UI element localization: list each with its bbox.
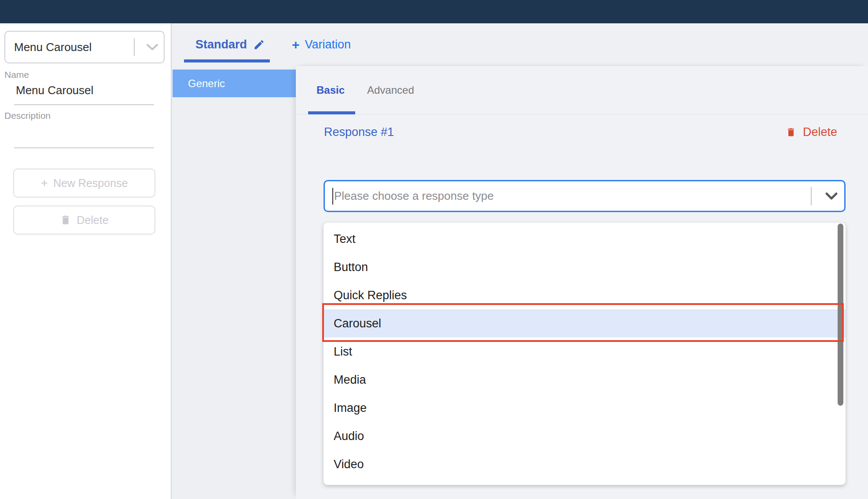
new-response-button-label: New Response [53, 177, 128, 190]
left-sidebar: Menu Carousel Name Menu Carousel Descrip… [0, 23, 172, 499]
nav-item-generic-label: Generic [188, 77, 225, 90]
divider [134, 38, 135, 56]
plus-icon: + [292, 37, 300, 52]
dropdown-option-video[interactable]: Video [324, 450, 846, 478]
plus-icon: + [41, 177, 48, 189]
dropdown-option-image[interactable]: Image [324, 394, 846, 422]
name-input[interactable]: Menu Carousel [16, 84, 93, 97]
add-variation-button[interactable]: + Variation [285, 23, 358, 66]
dropdown-option-list[interactable]: List [324, 338, 846, 366]
description-input-underline [14, 147, 154, 148]
divider [811, 187, 812, 205]
response-header: Response #1 Delete [296, 125, 868, 139]
tab-advanced[interactable]: Advanced [367, 66, 414, 114]
basic-advanced-tabbar: Basic Advanced [296, 66, 868, 114]
dropdown-option-carousel[interactable]: Carousel [324, 309, 846, 338]
delete-response-button[interactable]: Delete [13, 205, 155, 235]
tab-standard-label: Standard [195, 38, 247, 51]
top-navigation-bar [0, 0, 868, 23]
variations-header: Standard + Variation [173, 23, 868, 66]
dropdown-option-quick-replies[interactable]: Quick Replies [324, 281, 846, 309]
delete-response-link[interactable]: Delete [786, 125, 837, 139]
delete-response-link-label: Delete [803, 125, 837, 139]
chevron-down-icon[interactable] [819, 192, 844, 201]
dropdown-option-media[interactable]: Media [324, 366, 846, 394]
response-type-select-placeholder: Please choose a response type [333, 189, 811, 203]
response-type-dropdown-menu: Text Button Quick Replies Carousel List … [324, 223, 846, 485]
dropdown-option-button[interactable]: Button [324, 253, 846, 281]
dropdown-option-text[interactable]: Text [324, 225, 846, 253]
response-selector-dropdown[interactable]: Menu Carousel [4, 31, 165, 63]
nav-item-generic[interactable]: Generic [173, 70, 296, 97]
name-input-underline [14, 104, 154, 105]
dropdown-option-audio[interactable]: Audio [324, 422, 846, 450]
tab-standard-active-underline [184, 59, 270, 62]
response-title: Response #1 [324, 125, 394, 139]
trash-icon [60, 214, 71, 226]
tab-basic-active-underline [308, 111, 355, 114]
response-selector-value: Menu Carousel [5, 40, 134, 54]
chevron-down-icon[interactable] [141, 43, 164, 51]
main-panel: Basic Advanced Response #1 Delete Please… [296, 66, 868, 499]
dropdown-scrollbar-thumb[interactable] [838, 224, 843, 406]
delete-response-button-label: Delete [77, 214, 108, 227]
response-type-select[interactable]: Please choose a response type [324, 180, 846, 212]
name-label: Name [4, 70, 29, 80]
trash-icon [786, 126, 796, 138]
content-type-nav: Generic [173, 66, 296, 499]
edit-pencil-icon[interactable] [253, 39, 265, 51]
description-label: Description [4, 110, 51, 121]
tab-basic[interactable]: Basic [316, 66, 345, 114]
new-response-button[interactable]: + New Response [13, 169, 155, 198]
add-variation-label: Variation [305, 38, 351, 51]
